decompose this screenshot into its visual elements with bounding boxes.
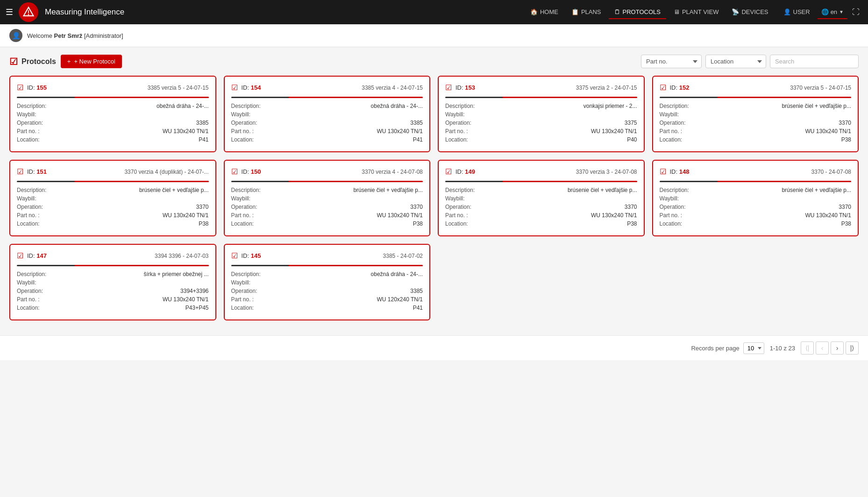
location-label: Location:	[445, 136, 468, 143]
protocol-card[interactable]: ☑ ID: 152 3370 verzia 5 - 24-07-15 Descr…	[652, 76, 859, 152]
first-page-button[interactable]: ⟨|	[801, 341, 814, 355]
user-icon: 👤	[783, 8, 791, 15]
card-divider	[660, 181, 852, 182]
card-title: 3385 verzia 5 - 24-07-15	[50, 85, 209, 91]
operation-value: 3394+3396	[180, 288, 208, 294]
card-id-label: ID: 150	[242, 168, 261, 175]
location-value: P41	[413, 305, 423, 311]
plant-view-icon: 🖥	[674, 8, 680, 15]
card-waybill-field: Waybill:	[17, 111, 209, 118]
language-icon: 🌐	[821, 8, 829, 15]
description-value: brúsenie čiel + vedľajšie p...	[139, 187, 209, 193]
card-id-label: ID: 145	[242, 252, 261, 259]
protocol-card[interactable]: ☑ ID: 148 3370 - 24-07-08 Description: b…	[652, 160, 859, 236]
top-nav: ☰ Measuring Intelligence 🏠 HOME 📋 PLANS …	[0, 0, 868, 24]
partno-value: WU 130x240 TN/1	[163, 296, 209, 303]
waybill-label: Waybill:	[445, 195, 465, 202]
card-operation-field: Operation: 3370	[445, 204, 637, 210]
operation-label: Operation:	[445, 120, 471, 126]
card-header: ☑ ID: 148 3370 - 24-07-08	[660, 167, 852, 176]
card-divider	[231, 265, 423, 266]
nav-user[interactable]: 👤 USER	[778, 6, 816, 19]
card-location-field: Location: P38	[231, 220, 423, 227]
nav-plans[interactable]: 📋 PLANS	[566, 6, 607, 19]
description-label: Description:	[17, 271, 46, 277]
card-waybill-field: Waybill:	[231, 111, 423, 118]
nav-protocols[interactable]: 🗒 PROTOCOLS	[609, 6, 666, 19]
hamburger-icon[interactable]: ☰	[6, 7, 13, 17]
card-checkbox-icon: ☑	[660, 167, 666, 176]
card-title: 3394 3396 - 24-07-03	[50, 253, 209, 259]
protocol-card[interactable]: ☑ ID: 145 3385 - 24-07-02 Description: o…	[224, 244, 431, 320]
operation-value: 3375	[625, 120, 637, 126]
card-location-field: Location: P41	[17, 136, 209, 143]
card-description-field: Description: šírka + priemer obežnej ...	[17, 271, 209, 277]
description-label: Description:	[445, 103, 475, 109]
partno-label: Part no. :	[660, 212, 683, 219]
next-page-button[interactable]: ›	[831, 341, 844, 355]
operation-label: Operation:	[17, 204, 43, 210]
new-protocol-button[interactable]: + + New Protocol	[61, 55, 122, 68]
operation-value: 3385	[196, 120, 209, 126]
description-value: brúsenie čiel + vedľajšie p...	[568, 187, 637, 193]
operation-label: Operation:	[17, 120, 43, 126]
waybill-label: Waybill:	[231, 111, 251, 118]
part-no-filter[interactable]: Part no.	[641, 55, 702, 68]
card-header: ☑ ID: 153 3375 verzia 2 - 24-07-15	[445, 83, 637, 92]
card-header: ☑ ID: 154 3385 verzia 4 - 24-07-15	[231, 83, 423, 92]
card-partno-field: Part no. : WU 130x240 TN/1	[17, 212, 209, 219]
card-divider	[445, 97, 637, 98]
partno-label: Part no. :	[445, 212, 468, 219]
partno-label: Part no. :	[231, 128, 254, 135]
partno-value: WU 120x240 TN/1	[377, 296, 423, 303]
card-operation-field: Operation: 3375	[445, 120, 637, 126]
card-description-field: Description: brúsenie čiel + vedľajšie p…	[445, 187, 637, 193]
card-divider	[660, 97, 852, 98]
protocol-card[interactable]: ☑ ID: 155 3385 verzia 5 - 24-07-15 Descr…	[9, 76, 216, 152]
protocol-card[interactable]: ☑ ID: 154 3385 verzia 4 - 24-07-15 Descr…	[224, 76, 431, 152]
card-location-field: Location: P38	[17, 220, 209, 227]
operation-value: 3370	[839, 204, 851, 210]
description-label: Description:	[231, 103, 261, 109]
card-header: ☑ ID: 155 3385 verzia 5 - 24-07-15	[17, 83, 209, 92]
card-description-field: Description: brúsenie čiel + vedľajšie p…	[660, 187, 852, 193]
description-value: vonkajsi priemer - 2...	[583, 103, 637, 109]
nav-home[interactable]: 🏠 HOME	[525, 6, 564, 19]
card-waybill-field: Waybill:	[17, 279, 209, 286]
last-page-button[interactable]: |⟩	[846, 341, 859, 355]
location-value: P38	[627, 220, 637, 227]
card-description-field: Description: vonkajsi priemer - 2...	[445, 103, 637, 109]
card-operation-field: Operation: 3370	[660, 204, 852, 210]
nav-language[interactable]: 🌐 en ▼	[818, 6, 847, 19]
search-input[interactable]	[770, 55, 859, 68]
nav-devices[interactable]: 📡 DEVICES	[726, 6, 774, 19]
card-id: 155	[36, 84, 47, 91]
description-value: obežná dráha - 24-...	[371, 103, 423, 109]
card-partno-field: Part no. : WU 120x240 TN/1	[231, 296, 423, 303]
card-operation-field: Operation: 3385	[231, 120, 423, 126]
operation-value: 3370	[625, 204, 637, 210]
protocol-card[interactable]: ☑ ID: 151 3370 verzia 4 (duplikát) - 24-…	[9, 160, 216, 236]
description-label: Description:	[660, 187, 689, 193]
per-page-select[interactable]: 10	[743, 342, 764, 354]
location-label: Location:	[445, 220, 468, 227]
plus-icon: +	[67, 58, 71, 65]
nav-plant-view[interactable]: 🖥 PLANT VIEW	[668, 6, 725, 19]
nav-items: 🏠 HOME 📋 PLANS 🗒 PROTOCOLS 🖥 PLANT VIEW …	[525, 6, 774, 19]
card-title: 3385 verzia 4 - 24-07-15	[264, 85, 423, 91]
location-filter[interactable]: Location	[705, 55, 766, 68]
maximize-button[interactable]: ⛶	[849, 5, 862, 19]
partno-label: Part no. :	[17, 296, 40, 303]
location-label: Location:	[660, 136, 683, 143]
protocol-card[interactable]: ☑ ID: 147 3394 3396 - 24-07-03 Descripti…	[9, 244, 216, 320]
card-id: 149	[465, 168, 475, 175]
operation-value: 3385	[410, 288, 423, 294]
card-title: 3370 verzia 5 - 24-07-15	[693, 85, 851, 91]
card-header: ☑ ID: 150 3370 verzia 4 - 24-07-08	[231, 167, 423, 176]
protocol-card[interactable]: ☑ ID: 153 3375 verzia 2 - 24-07-15 Descr…	[438, 76, 645, 152]
partno-label: Part no. :	[231, 212, 254, 219]
prev-page-button[interactable]: ‹	[816, 341, 829, 355]
protocol-card[interactable]: ☑ ID: 149 3370 verzia 3 - 24-07-08 Descr…	[438, 160, 645, 236]
protocol-card[interactable]: ☑ ID: 150 3370 verzia 4 - 24-07-08 Descr…	[224, 160, 431, 236]
card-waybill-field: Waybill:	[660, 195, 852, 202]
